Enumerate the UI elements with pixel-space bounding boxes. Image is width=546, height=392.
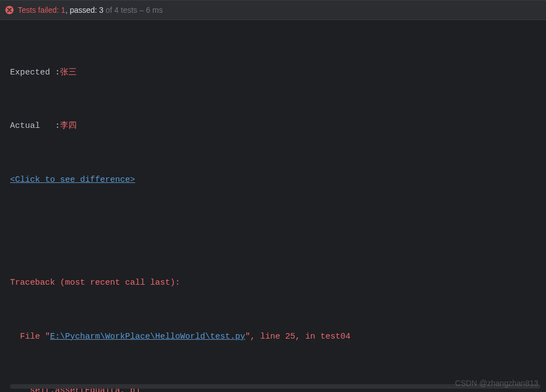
test-status-bar: Tests failed: 1, passed: 3 of 4 tests – … [0, 0, 546, 20]
traceback-file-link[interactable]: E:\Pycharm\WorkPlace\HelloWorld\test.py [50, 332, 245, 341]
blank-line [10, 225, 536, 239]
traceback-file-line: File "E:\Pycharm\WorkPlace\HelloWorld\te… [10, 328, 536, 346]
diff-link-line: <Click to see difference> [10, 171, 536, 189]
see-difference-link[interactable]: <Click to see difference> [10, 175, 135, 185]
status-passed-count: 3 [99, 6, 103, 14]
status-of-text: of 4 tests – 6 ms [103, 6, 163, 14]
horizontal-scrollbar[interactable] [10, 384, 540, 389]
status-failed-count: 1 [61, 6, 66, 14]
traceback-header: Traceback (most recent call last): [10, 274, 536, 292]
status-text: Tests failed: 1, passed: 3 of 4 tests – … [18, 6, 163, 14]
test-failed-icon [4, 5, 14, 15]
console-output: Expected :张三 Actual :李四 <Click to see di… [0, 20, 546, 392]
status-failed-label: Tests failed: [18, 6, 59, 14]
actual-line: Actual :李四 [10, 117, 536, 135]
expected-line: Expected :张三 [10, 64, 536, 82]
status-passed-label: passed: [70, 6, 97, 14]
